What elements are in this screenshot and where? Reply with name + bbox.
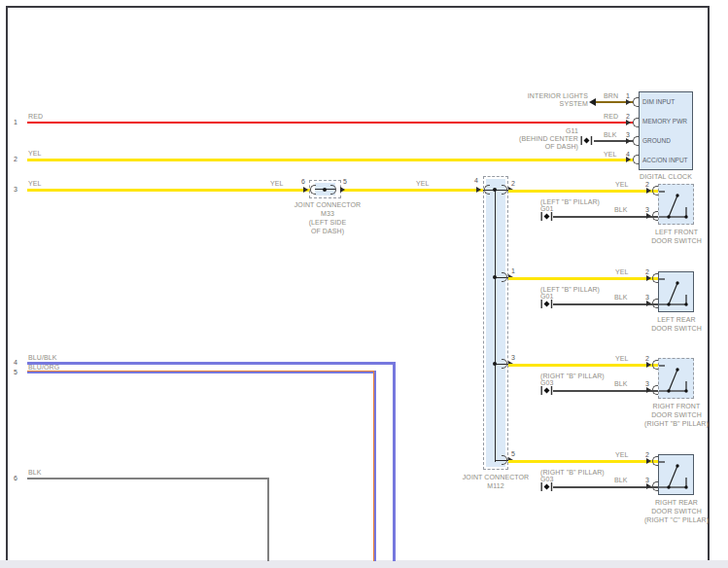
clock-pin-label: GROUND [642,137,671,144]
ground-icon [540,299,553,309]
ground-icon [580,135,593,146]
clock-pin-label: ACC/ON INPUT [642,157,688,163]
junction-dot [493,362,497,366]
wire-number: 5 [14,369,17,376]
wire-bluorg-horizontal [27,371,376,373]
connector-arrow-icon [626,157,631,162]
connector-arrow-icon [340,187,345,193]
wire-color-label: YEL [604,151,617,159]
door-switch-box [658,454,694,495]
door-switch-symbol [659,272,695,313]
door-switch-box [658,184,694,225]
connector-arrow-icon [646,458,651,464]
ground-location-line1: (BEHIND CENTER [506,135,578,143]
wire-color-label: YEL [28,150,42,158]
wire-number: 4 [14,359,17,367]
clock-pin-label: MEMORY PWR [642,118,687,124]
wire-blk-switch-ground [553,486,658,488]
wire-bluorg-vertical [373,371,376,561]
wire-blk-horizontal [27,478,269,479]
interior-lights-label-line1: INTERIOR LIGHTS [520,92,588,100]
wire-color-label: RED [28,113,43,121]
switch-name-line2: DOOR SWITCH [618,325,728,333]
wire-yellow-switch [508,460,658,463]
switch-name-line3: (RIGHT "B" PILLAR) [618,420,728,428]
connector-arrow-icon [303,187,308,193]
wire-color-label: YEL [615,451,629,459]
wire-blublk-vertical [393,362,396,561]
ground-location-line2: OF DASH) [506,143,578,151]
wire-yellow-switch [508,277,658,280]
frame-left-border [6,6,8,560]
connector-arrow-icon [626,138,631,144]
wire-color-label: BLK [614,206,628,214]
wire-color-label: BLK [614,294,628,302]
ground-id-label: G11 [506,127,578,135]
wire-yellow-doors-seg2 [342,189,483,192]
m33-name-line3: (LEFT SIDE [269,219,386,227]
connector-arrow-icon [646,362,651,368]
junction-dot [493,188,497,192]
connector-arrow-icon [646,188,651,194]
wire-yellow-switch [508,364,658,367]
wire-color-label: YEL [615,181,629,189]
connector-arrow-icon [476,187,481,193]
door-switch-symbol [659,185,695,226]
m112-name-line1: JOINT CONNECTOR [437,474,554,481]
connector-arrow-icon [626,99,631,105]
connector-pin-icon [310,185,316,195]
wire-blk-switch-ground [553,390,658,392]
connector-arrow-icon [646,483,651,489]
connector-arrow-icon [646,275,651,281]
wire-number: 6 [14,475,17,482]
interior-lights-label-line2: SYSTEM [520,100,588,108]
digital-clock-title: DIGITAL CLOCK [631,173,701,181]
junction-dot [323,188,327,192]
junction-dot [493,275,497,279]
wire-color-label: BLU/BLK [28,354,57,362]
connector-arrow-icon [646,387,651,393]
pin-number: 5 [343,178,347,186]
door-switch-symbol [659,455,695,496]
wire-blublk-horizontal [27,362,396,365]
wire-blk-switch-ground [553,303,658,305]
wire-color-label: YEL [270,180,284,188]
page-bottom-band [0,560,728,568]
wire-number: 1 [14,119,17,126]
door-switch-box [658,358,694,399]
ground-icon [540,385,553,396]
wire-color-label: BLK [28,469,42,477]
ground-icon [540,481,553,492]
wire-number: 3 [14,186,17,194]
arrow-left-icon [589,98,596,106]
wire-color-label: BRN [604,92,618,100]
connector-arrow-icon [646,301,651,306]
wire-color-label: YEL [615,268,629,276]
pin-number: 4 [474,177,478,185]
wire-color-label: BLK [604,131,617,139]
switch-name-line1: LEFT FRONT [618,229,728,236]
wire-yellow-doors-seg1 [27,189,310,192]
switch-name-line1: LEFT REAR [618,316,728,324]
ground-icon [540,211,553,222]
wire-color-label: BLK [614,477,628,484]
wire-color-label: BLK [614,380,628,388]
frame-top-border [6,6,708,8]
connector-arrow-icon [626,120,631,125]
door-switch-box [658,271,694,312]
m33-name-line2: M33 [269,210,386,218]
pin-number: 6 [301,178,305,186]
connector-arrow-icon [646,213,651,219]
m112-internal-bus [495,190,496,462]
wire-color-label: YEL [416,180,430,188]
wire-color-label: RED [604,113,618,121]
wire-blk-switch-ground [553,216,658,218]
wire-color-label: YEL [615,355,629,363]
switch-name-line2: DOOR SWITCH [618,411,728,419]
switch-name-line2: DOOR SWITCH [618,508,728,515]
wire-blk-vertical [267,478,269,561]
wire-red [27,122,633,124]
wire-color-label: YEL [28,180,42,188]
switch-name-line2: DOOR SWITCH [618,237,728,245]
m33-name-line4: OF DASH) [269,228,386,235]
